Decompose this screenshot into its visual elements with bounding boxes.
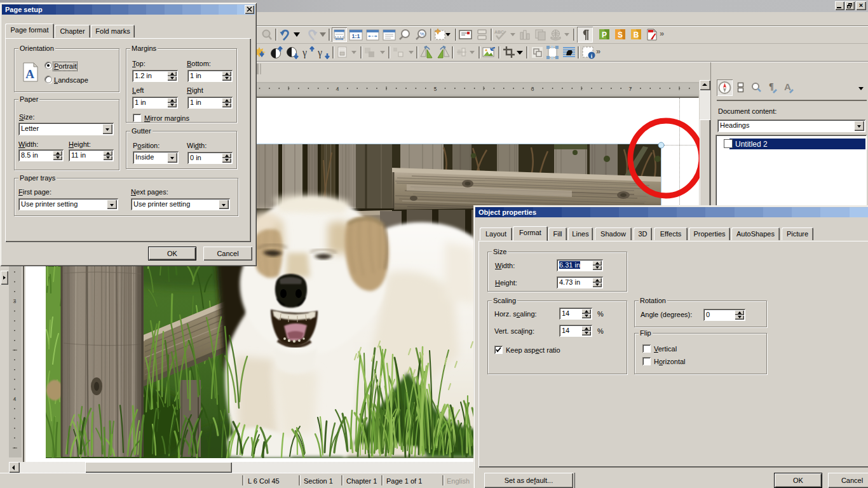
svg-text:¶: ¶ <box>769 82 774 92</box>
svg-text:6: 6 <box>531 86 534 92</box>
svg-text:γ: γ <box>318 47 322 58</box>
svg-text:S: S <box>618 30 623 39</box>
svg-text:%: % <box>419 31 424 37</box>
svg-text:B: B <box>634 30 639 39</box>
svg-text:A: A <box>25 67 34 81</box>
svg-text:1:1: 1:1 <box>351 33 360 39</box>
svg-text:P: P <box>602 30 607 39</box>
svg-text:γ: γ <box>302 47 307 58</box>
svg-text:A: A <box>784 81 791 92</box>
